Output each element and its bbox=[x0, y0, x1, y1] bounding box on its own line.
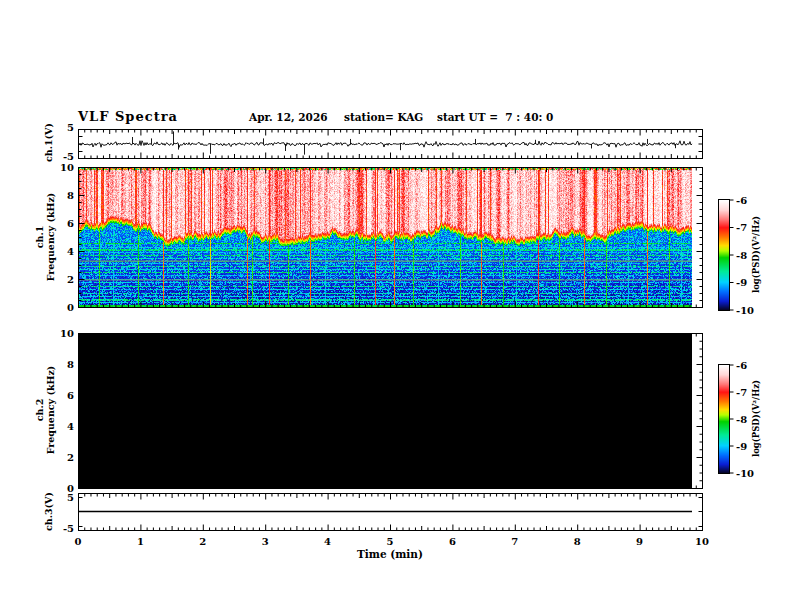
ch1-spectrogram-plot bbox=[78, 167, 703, 308]
x-tick-label: 1 bbox=[130, 536, 150, 547]
ch2-spec-y-tick-label: 4 bbox=[48, 421, 74, 432]
ch1-wave-y-tick-label: -5 bbox=[48, 151, 74, 162]
x-tick-label: 10 bbox=[692, 536, 712, 547]
x-tick-label: 3 bbox=[255, 536, 275, 547]
x-tick-label: 4 bbox=[318, 536, 338, 547]
ch3-voltage-waveform-plot bbox=[78, 493, 703, 531]
ch1-spec-y-tick-label: 2 bbox=[48, 274, 74, 285]
colorbar2-tick-label: -6 bbox=[736, 360, 760, 371]
ch1-spec-y-tick-label: 0 bbox=[48, 302, 74, 313]
colorbar2-tick-label: -7 bbox=[736, 387, 760, 398]
ch3-wave-y-tick-label: 5 bbox=[48, 492, 74, 503]
x-tick-label: 9 bbox=[630, 536, 650, 547]
ch1-spec-y-tick-label: 8 bbox=[48, 190, 74, 201]
x-tick-label: 6 bbox=[442, 536, 462, 547]
colorbar2-tick-label: -10 bbox=[736, 468, 760, 479]
ch1-voltage-waveform-plot bbox=[78, 129, 703, 159]
x-tick-label: 0 bbox=[68, 536, 88, 547]
date-label: Apr. 12, 2026 bbox=[249, 111, 328, 123]
x-tick-label: 7 bbox=[505, 536, 525, 547]
x-tick-label: 8 bbox=[567, 536, 587, 547]
ch1-spec-y-tick-label: 10 bbox=[48, 162, 74, 173]
colorbar1-tick-label: -9 bbox=[736, 277, 760, 288]
time-axis-label: Time (min) bbox=[78, 549, 702, 560]
ch2-spec-y-tick-label: 2 bbox=[48, 452, 74, 463]
ch1-label-line1: ch.1 bbox=[34, 226, 45, 249]
colorbar2-tick-label: -8 bbox=[736, 414, 760, 425]
station-label: station= KAG bbox=[344, 111, 423, 123]
colorbar1-tick-label: -6 bbox=[736, 195, 760, 206]
x-tick-label: 5 bbox=[380, 536, 400, 547]
start-ut-label: start UT = 7 : 40: 0 bbox=[437, 111, 553, 123]
colorbar1-tick-label: -8 bbox=[736, 250, 760, 261]
ch1-label-line2: Frequency (kHz) bbox=[45, 193, 56, 282]
ch2-label-line2: Frequency (kHz) bbox=[45, 366, 56, 455]
colorbar1-tick-label: -7 bbox=[736, 222, 760, 233]
ch1-colorbar bbox=[718, 199, 734, 311]
ch2-spectrogram-plot bbox=[78, 333, 703, 489]
ch1-spec-y-tick-label: 4 bbox=[48, 246, 74, 257]
colorbar1-tick-label: -10 bbox=[736, 305, 760, 316]
ch2-colorbar bbox=[718, 364, 734, 474]
ch2-spec-y-tick-label: 8 bbox=[48, 359, 74, 370]
ch2-spec-y-tick-label: 6 bbox=[48, 390, 74, 401]
vlf-spectra-figure: VLF Spectra Apr. 12, 2026 station= KAG s… bbox=[0, 0, 792, 612]
colorbar2-tick-label: -9 bbox=[736, 441, 760, 452]
ch2-spec-y-tick-label: 10 bbox=[48, 328, 74, 339]
x-tick-label: 2 bbox=[193, 536, 213, 547]
ch1-wave-y-tick-label: 5 bbox=[48, 122, 74, 133]
page-title: VLF Spectra bbox=[78, 109, 178, 124]
ch3-wave-y-tick-label: -5 bbox=[48, 523, 74, 534]
ch1-spec-y-tick-label: 6 bbox=[48, 218, 74, 229]
ch2-label-line1: ch.2 bbox=[34, 399, 45, 422]
